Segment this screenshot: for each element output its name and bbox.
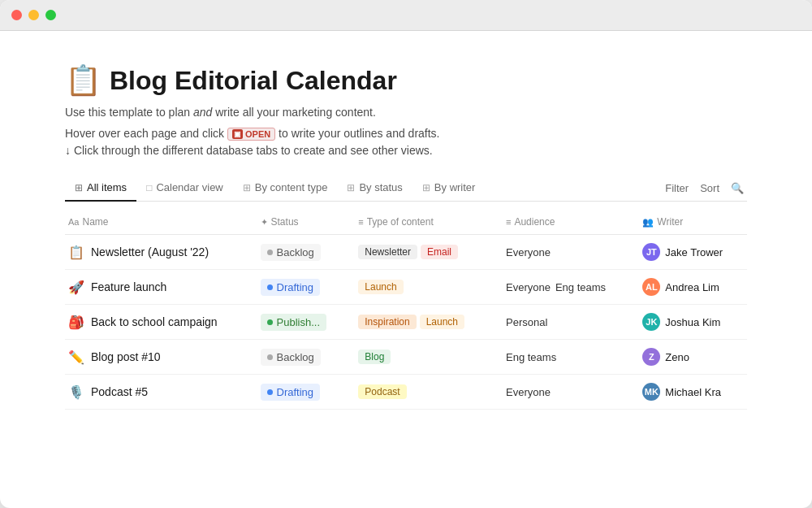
avatar: JK [642,313,660,331]
writer-name: Zeno [665,351,689,363]
audience-values: EveryoneEng teams [506,281,623,293]
cell-type: Launch [348,270,496,305]
content-tag: Blog [358,350,391,364]
avatar: Z [642,348,660,366]
content-tag: Newsletter [358,245,417,259]
cell-status: Drafting [251,270,349,305]
cell-audience: Everyone [496,375,633,410]
status-dot [267,389,273,395]
cell-writer: JKJoshua Kim [633,305,747,340]
cell-name: 🚀Feature launch [65,270,251,305]
content-tag: Podcast [358,384,406,399]
row-name: Newsletter (August '22) [91,245,209,258]
audience-tag: Everyone [506,246,551,258]
tab-all-items-icon: ⊞ [75,182,83,193]
content-tag: Inspiration [358,315,416,329]
tab-calendar-view[interactable]: □ Calendar view [136,175,233,202]
cell-audience: Eng teams [496,340,633,375]
row-emoji: 🚀 [68,280,84,295]
tab-status-icon: ⊞ [347,182,355,193]
cell-status: Publish... [251,305,349,340]
tab-by-writer[interactable]: ⊞ By writer [412,175,486,202]
status-badge: Publish... [261,314,326,331]
tab-all-items-label: All items [87,181,127,193]
row-name: Podcast #5 [91,385,148,398]
cell-writer: MKMichael Kra [633,375,747,410]
row-emoji: 📋 [68,245,84,260]
page-title: Blog Editorial Calendar [110,66,397,96]
cell-writer: ZZeno [633,340,747,375]
desc1: Hover over each page and click ▣OPEN to … [65,127,747,141]
filter-button[interactable]: Filter [665,182,689,194]
tab-by-content-type[interactable]: ⊞ By content type [233,175,338,202]
row-name: Blog post #10 [91,350,161,363]
cell-audience: Everyone [496,235,633,270]
table-row[interactable]: 📋Newsletter (August '22)BacklogNewslette… [65,235,747,270]
status-dot [267,250,273,255]
page-emoji: 📋 [65,63,102,98]
tab-actions: Filter Sort 🔍 [665,182,747,194]
status-badge: Drafting [261,279,321,296]
tab-calendar-label: Calendar view [156,181,222,193]
maximize-button[interactable] [45,10,56,20]
tab-calendar-icon: □ [146,182,152,193]
cell-writer: ALAndrea Lim [633,270,747,305]
col-name: AaName [65,210,251,235]
tab-content-icon: ⊞ [243,182,251,193]
audience-tag: Everyone [506,281,551,293]
close-button[interactable] [11,10,22,20]
status-dot [267,284,273,290]
writer-info: ALAndrea Lim [642,278,737,296]
avatar: AL [642,278,660,296]
col-type: ≡Type of content [348,210,496,235]
avatar: JT [642,243,660,261]
status-dot [267,319,273,325]
search-button[interactable]: 🔍 [731,182,744,194]
titlebar [0,0,812,31]
desc2: ↓ Click through the different database t… [65,144,747,157]
status-badge: Drafting [261,384,321,401]
cell-type: Blog [348,340,496,375]
writer-info: ZZeno [642,348,737,366]
cell-name: 🎒Back to school campaign [65,305,251,340]
row-emoji: ✏️ [68,350,84,365]
audience-tag: Eng teams [555,281,606,293]
row-name: Back to school campaign [91,315,218,328]
tab-content-label: By content type [255,181,328,193]
cell-name: 🎙️Podcast #5 [65,375,251,410]
tab-bar: ⊞ All items □ Calendar view ⊞ By content… [65,175,747,202]
status-dot [267,354,273,360]
cell-type: Podcast [348,375,496,410]
app-window: 📋 Blog Editorial Calendar Use this templ… [0,0,812,508]
tab-status-label: By status [359,181,402,193]
writer-name: Joshua Kim [665,316,720,328]
tab-by-status[interactable]: ⊞ By status [337,175,412,202]
audience-values: Everyone [506,386,623,398]
table-row[interactable]: 🚀Feature launchDraftingLaunchEveryoneEng… [65,270,747,305]
minimize-button[interactable] [28,10,39,20]
cell-name: ✏️Blog post #10 [65,340,251,375]
cell-status: Drafting [251,375,349,410]
cell-audience: Personal [496,305,633,340]
content-tag: Launch [358,280,403,294]
page-content: 📋 Blog Editorial Calendar Use this templ… [0,31,812,508]
content-table: AaName ✦Status ≡Type of content ≡Audienc… [65,210,747,410]
content-tag: Launch [420,315,464,329]
subtitle: Use this template to plan and write all … [65,106,747,119]
page-header: 📋 Blog Editorial Calendar [65,63,747,98]
content-tag: Email [421,245,458,259]
tab-all-items[interactable]: ⊞ All items [65,175,136,202]
table-row[interactable]: 🎒Back to school campaignPublish...Inspir… [65,305,747,340]
table-container: AaName ✦Status ≡Type of content ≡Audienc… [65,210,747,410]
sort-button[interactable]: Sort [700,182,719,194]
table-row[interactable]: ✏️Blog post #10BacklogBlogEng teamsZZeno [65,340,747,375]
audience-tag: Eng teams [506,351,556,363]
writer-info: JKJoshua Kim [642,313,737,331]
open-badge: ▣OPEN [227,128,275,141]
table-row[interactable]: 🎙️Podcast #5DraftingPodcastEveryoneMKMic… [65,375,747,410]
row-name: Feature launch [91,280,166,293]
cell-type: NewsletterEmail [348,235,496,270]
status-badge: Backlog [261,349,321,366]
col-writer: 👥Writer [633,210,747,235]
audience-values: Everyone [506,246,623,258]
